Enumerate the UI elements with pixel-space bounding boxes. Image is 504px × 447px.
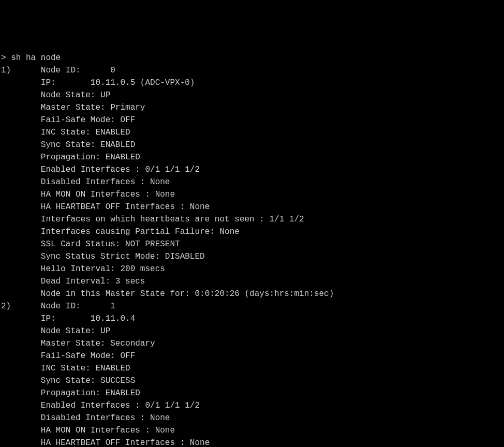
node-1-line: IP: 10.11.0.5 (ADC-VPX-0) (1, 77, 503, 89)
terminal-output: > sh ha node1) Node ID: 0 IP: 10.11.0.5 … (1, 52, 503, 447)
node-1-line: Disabled Interfaces : None (1, 176, 503, 188)
node-1-line: Node in this Master State for: 0:0:20:26… (1, 288, 503, 300)
node-1-line: 1) Node ID: 0 (1, 64, 503, 77)
node-2-line: INC State: ENABLED (1, 362, 503, 375)
node-1-line: Sync Status Strict Mode: DISABLED (1, 250, 503, 263)
node-2-line: IP: 10.11.0.4 (1, 312, 503, 325)
node-2-line: HA HEARTBEAT OFF Interfaces : None (1, 437, 503, 447)
node-1-line: Enabled Interfaces : 0/1 1/1 1/2 (1, 163, 503, 176)
node-1-line: Sync State: ENABLED (1, 139, 503, 151)
node-2-line: Propagation: ENABLED (1, 387, 503, 399)
node-1-line: Node State: UP (1, 89, 503, 101)
node-2-line: Node State: UP (1, 325, 503, 337)
node-2-line: Enabled Interfaces : 0/1 1/1 1/2 (1, 399, 503, 412)
node-1-line: INC State: ENABLED (1, 126, 503, 139)
node-2-line: Sync State: SUCCESS (1, 375, 503, 387)
node-1-line: HA HEARTBEAT OFF Interfaces : None (1, 201, 503, 213)
node-1-line: Interfaces on which heartbeats are not s… (1, 213, 503, 226)
node-1-line: Master State: Primary (1, 101, 503, 114)
node-1-line: Propagation: ENABLED (1, 151, 503, 163)
node-2-line: Master State: Secondary (1, 337, 503, 350)
node-1-line: Hello Interval: 200 msecs (1, 263, 503, 275)
node-1-line: SSL Card Status: NOT PRESENT (1, 238, 503, 250)
node-1-line: Dead Interval: 3 secs (1, 275, 503, 288)
command-line: > sh ha node (1, 52, 503, 64)
node-1-line: HA MON ON Interfaces : None (1, 188, 503, 201)
node-1-line: Interfaces causing Partial Failure: None (1, 226, 503, 238)
node-2-line: 2) Node ID: 1 (1, 300, 503, 312)
node-1-line: Fail-Safe Mode: OFF (1, 114, 503, 126)
node-2-line: Disabled Interfaces : None (1, 412, 503, 424)
node-2-line: HA MON ON Interfaces : None (1, 424, 503, 437)
node-2-line: Fail-Safe Mode: OFF (1, 350, 503, 362)
